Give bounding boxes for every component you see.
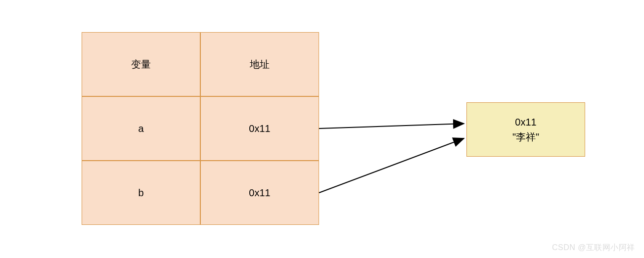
memory-box: 0x11 "李祥" [466,102,585,157]
arrow-a-to-memory [319,124,464,129]
memory-address: 0x11 [515,115,536,129]
cell-address-b: 0x11 [200,161,319,225]
header-variable: 变量 [82,32,200,96]
arrow-b-to-memory [319,138,464,193]
variable-address-table: 变量 地址 a 0x11 b 0x11 [82,32,319,225]
table-row: a 0x11 [82,96,319,161]
table-row: b 0x11 [82,161,319,225]
cell-address-a: 0x11 [200,96,319,161]
cell-variable-b: b [82,161,200,225]
header-address: 地址 [200,32,319,96]
table-header-row: 变量 地址 [82,32,319,96]
cell-variable-a: a [82,96,200,161]
watermark: CSDN @互联网小阿祥 [552,243,635,253]
memory-value: "李祥" [512,129,539,144]
